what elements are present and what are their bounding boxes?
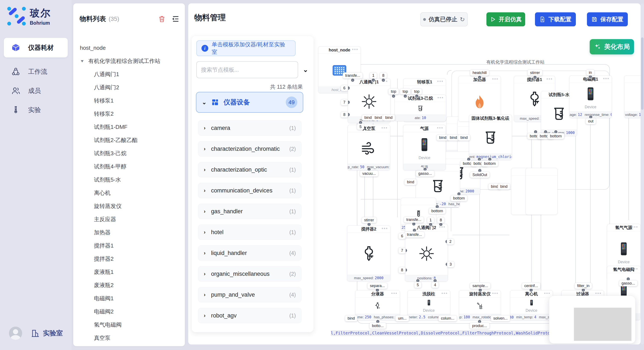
node-menu-icon[interactable]: ••• [632, 266, 638, 271]
tree-item-workstation[interactable]: ▼ 有机化学流程综合测试工作站 [73, 54, 185, 68]
canvas-node-电磁阀1[interactable]: 电磁阀1•••Devicevoltage: 12response_time: 0… [569, 75, 612, 118]
template-category-camera[interactable]: ›camera(1) [198, 120, 302, 136]
port-label[interactable]: out [586, 118, 596, 124]
template-category-liquid_handler[interactable]: ›liquid_handler(4) [198, 245, 302, 261]
tree-item[interactable]: 废液瓶1 [73, 265, 185, 279]
port-label[interactable]: bind [458, 135, 470, 141]
beautify-layout-button[interactable]: 美化布局 [590, 39, 634, 54]
node-menu-icon[interactable]: ••• [632, 224, 638, 229]
port-label[interactable]: botto... [369, 323, 386, 329]
port-label[interactable]: bottom [547, 133, 564, 139]
canvas-node-试剂瓶3-己烷[interactable]: 试剂瓶3-己烷•••ate: 10 [394, 95, 446, 121]
port-label[interactable]: separa... [367, 283, 388, 289]
node-menu-icon[interactable]: ••• [438, 95, 444, 100]
port-dot-icon[interactable]: › [534, 76, 537, 79]
sidebar-item-members[interactable]: 成员 [4, 83, 68, 99]
tree-item[interactable]: 试剂瓶1-DMF [73, 120, 185, 134]
template-category-characterization_chromatic[interactable]: ›characterization_chromatic(2) [198, 141, 302, 157]
port-dot-icon[interactable]: › [478, 76, 481, 79]
canvas-node-离心机[interactable]: 离心机•••Device40min_temp: 4max_spe [510, 290, 553, 321]
tree-item[interactable]: 氢气电磁阀 [73, 318, 185, 331]
tree-item-root[interactable]: host_node [73, 41, 185, 54]
port-label[interactable]: stirrer [528, 70, 542, 76]
template-search-input[interactable] [196, 61, 298, 78]
tree-item[interactable]: 八通阀门2 [73, 81, 185, 94]
port-dot-icon[interactable]: › [351, 79, 354, 82]
canvas-node-气源[interactable]: 气源•••Device气源 [403, 125, 446, 170]
port-label[interactable]: bind [345, 315, 357, 322]
tree-item[interactable]: 试剂瓶3-己烷 [73, 147, 185, 160]
template-category-hotel[interactable]: ›hotel(1) [198, 224, 302, 240]
port-dot-icon[interactable]: › [412, 222, 416, 226]
node-menu-icon[interactable]: ••• [603, 76, 610, 81]
port-label[interactable]: 7 [398, 247, 406, 254]
template-category-robot_agv[interactable]: ›robot_agv(1) [198, 308, 302, 323]
node-menu-icon[interactable]: ••• [595, 291, 602, 296]
port-label[interactable]: colum... [438, 315, 457, 322]
port-label[interactable]: heatchill [470, 70, 489, 76]
canvas-node-分液器[interactable]: 分液器•••volume: 250has_phases: true [355, 290, 400, 321]
port-label[interactable]: 1 [370, 72, 377, 79]
node-menu-icon[interactable]: ••• [382, 126, 388, 130]
canvas-node-真空泵[interactable]: 真空泵•••pump_rate: 50max_vacuum: 0.1 [348, 125, 390, 170]
tree-item[interactable]: 试剂瓶2-乙酸乙酯 [73, 134, 185, 147]
lab-switcher[interactable]: 实验室 [31, 329, 63, 338]
port-label[interactable]: 7 [341, 99, 348, 105]
tree-item[interactable]: 真空泵 [73, 331, 185, 344]
port-dot-icon[interactable]: › [368, 223, 371, 226]
node-menu-icon[interactable]: ••• [546, 77, 553, 81]
port-label[interactable]: sample... [470, 283, 490, 289]
port-label[interactable]: bind [498, 183, 510, 190]
template-category-organic_miscellaneous[interactable]: ›organic_miscellaneous(2) [198, 266, 302, 282]
canvas-node-搅拌器2[interactable]: 搅拌器2•••max_speed: 2000 [347, 225, 390, 281]
tree-item[interactable]: 搅拌器1 [73, 239, 185, 252]
tree-item[interactable]: 离心机 [73, 186, 185, 199]
collapse-panel-icon[interactable] [172, 15, 180, 23]
node-menu-icon[interactable]: ••• [352, 47, 358, 52]
port-dot-icon[interactable]: › [392, 95, 395, 98]
node-menu-icon[interactable]: ••• [503, 115, 510, 120]
port-label[interactable]: um... [396, 315, 409, 322]
port-dot-icon[interactable]: › [415, 95, 418, 98]
tree-item[interactable]: 加热器 [73, 226, 185, 239]
port-dot-icon[interactable]: › [429, 223, 432, 226]
port-label[interactable]: 8 [398, 267, 406, 273]
port-dot-icon[interactable]: › [589, 75, 592, 78]
port-label[interactable]: 5 [414, 282, 422, 288]
tree-item[interactable]: 转移泵2 [73, 107, 185, 120]
port-label[interactable]: 8 [341, 112, 348, 118]
port-dot-icon[interactable]: › [382, 79, 385, 82]
tree-item[interactable]: 废液瓶2 [73, 279, 185, 292]
trash-icon[interactable] [158, 15, 166, 23]
sidebar-item-instruments[interactable]: 仪器耗材 [4, 38, 68, 57]
user-avatar[interactable] [9, 327, 22, 340]
port-label[interactable]: transfe... [343, 72, 363, 79]
port-label[interactable]: filter_in [574, 283, 592, 289]
port-label[interactable]: 5 [357, 124, 364, 130]
port-label[interactable]: 2 [447, 239, 454, 245]
vertical-scrollbar[interactable] [640, 3, 644, 345]
node-menu-icon[interactable]: ••• [391, 291, 398, 296]
node-menu-icon[interactable]: ••• [382, 226, 388, 231]
tree-item[interactable]: 搅拌器2 [73, 252, 185, 265]
tree-item[interactable]: 电磁阀1 [73, 292, 185, 305]
template-category-characterization_optic[interactable]: ›characterization_optic(1) [198, 162, 302, 177]
port-dot-icon[interactable]: › [479, 289, 482, 292]
port-label[interactable]: centrif... [522, 283, 540, 289]
port-label[interactable]: 3 [447, 261, 454, 268]
tree-item[interactable]: 转移泵1 [73, 94, 185, 107]
tree-item[interactable]: 试剂瓶4-甲醇 [73, 160, 185, 173]
port-label[interactable]: top [412, 88, 422, 95]
port-label[interactable]: bind [383, 115, 395, 121]
port-label[interactable]: bottom [429, 208, 446, 214]
port-label[interactable]: vacuu... [360, 171, 378, 177]
tree-item[interactable]: 八通阀门1 [73, 68, 185, 81]
port-label[interactable]: transfe... [404, 232, 424, 238]
port-label[interactable]: 1 [427, 217, 434, 223]
port-label[interactable]: SolidOut [470, 172, 490, 178]
port-label[interactable]: 6 [398, 233, 406, 239]
node-menu-icon[interactable]: ••• [442, 291, 448, 296]
sidebar-item-workflow[interactable]: 工作流 [4, 64, 68, 80]
node-menu-icon[interactable]: ••• [492, 291, 498, 296]
port-dot-icon[interactable]: › [582, 289, 585, 292]
